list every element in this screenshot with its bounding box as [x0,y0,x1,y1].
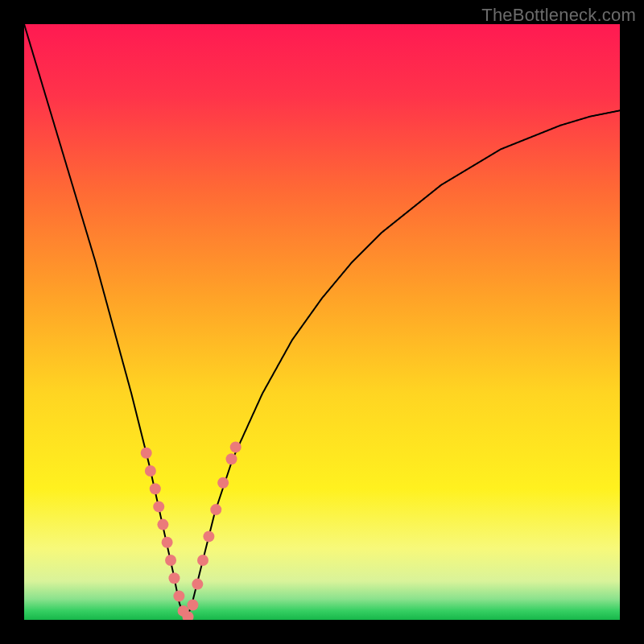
watermark-text: TheBottleneck.com [481,5,636,26]
plot-area [24,24,620,620]
chart-frame: TheBottleneck.com [0,0,644,644]
curve-canvas [24,24,620,620]
